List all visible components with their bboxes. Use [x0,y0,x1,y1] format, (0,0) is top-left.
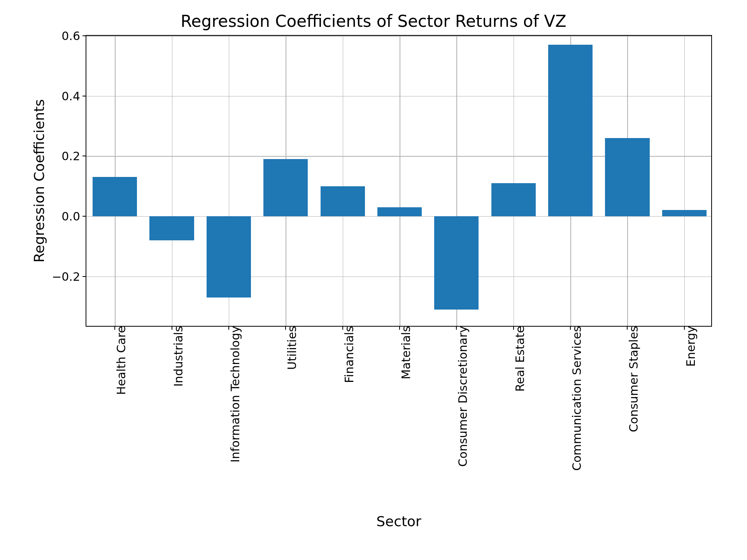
bar [321,186,365,216]
bar [662,210,707,216]
x-tick-label: Information Technology [223,326,242,462]
gridline-h [86,36,711,37]
y-tick-mark [82,216,86,217]
x-tick-label: Financials [337,326,356,383]
gridline-v [514,36,514,326]
y-tick-label: −0.2 [52,270,86,283]
chart-container: Regression Coefficients of Sector Return… [0,0,747,560]
x-tick-label: Consumer Staples [621,326,640,432]
gridline-v [684,36,685,326]
bar [434,216,479,310]
x-tick-label: Real Estate [508,326,527,392]
gridline-v [400,36,400,326]
y-tick-mark [82,276,86,277]
x-axis-label: Sector [376,513,421,529]
y-tick-mark [82,96,86,96]
bar [491,183,536,216]
bar [605,138,649,216]
bar [93,177,137,216]
gridline-v [172,36,173,326]
x-tick-label: Materials [394,326,413,380]
x-tick-label: Energy [679,326,698,367]
y-axis-label: Regression Coefficients [31,99,47,262]
chart-title: Regression Coefficients of Sector Return… [0,12,747,31]
gridline-h [86,276,711,277]
y-tick-mark [82,35,86,36]
bar [207,216,251,298]
y-tick-mark [82,156,86,156]
bar [149,216,194,240]
x-tick-label: Consumer Discretionary [451,326,470,467]
gridline-h [86,96,711,97]
x-tick-label: Utilities [280,326,299,370]
bar [548,45,593,216]
gridline-v [343,36,344,326]
bar [377,207,422,216]
plot-area: −0.20.00.20.40.6Health CareIndustrialsIn… [86,35,712,327]
x-tick-label: Communication Services [565,326,584,471]
bar [263,159,308,216]
x-tick-label: Health Care [109,326,128,395]
x-tick-label: Industrials [166,326,185,387]
